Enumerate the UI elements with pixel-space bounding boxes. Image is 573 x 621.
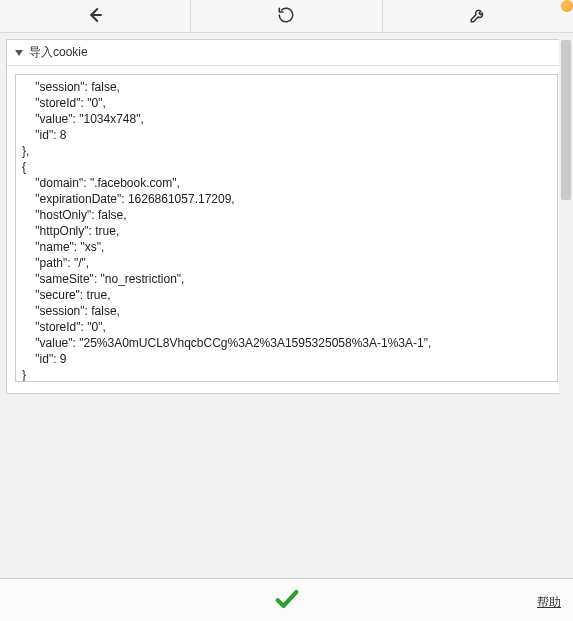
- panel-body: [7, 66, 566, 393]
- reload-button[interactable]: [191, 0, 382, 32]
- settings-button[interactable]: [383, 0, 573, 32]
- import-cookie-panel: 导入cookie: [6, 39, 567, 394]
- cookie-json-textarea[interactable]: [15, 74, 558, 382]
- confirm-button[interactable]: [273, 585, 301, 616]
- wrench-icon: [469, 6, 487, 27]
- footer-bar: 帮助: [0, 578, 573, 621]
- checkmark-icon: [273, 585, 301, 616]
- window-scrollbar[interactable]: [559, 34, 573, 577]
- scrollbar-thumb[interactable]: [561, 40, 571, 200]
- user-avatar-fragment: [561, 0, 573, 12]
- help-link[interactable]: 帮助: [537, 594, 561, 611]
- back-arrow-icon: [86, 6, 104, 27]
- back-button[interactable]: [0, 0, 191, 32]
- reload-icon: [277, 6, 295, 27]
- panel-header[interactable]: 导入cookie: [7, 40, 566, 66]
- toolbar: [0, 0, 573, 33]
- panel-title: 导入cookie: [29, 44, 88, 61]
- collapse-triangle-icon: [15, 50, 23, 56]
